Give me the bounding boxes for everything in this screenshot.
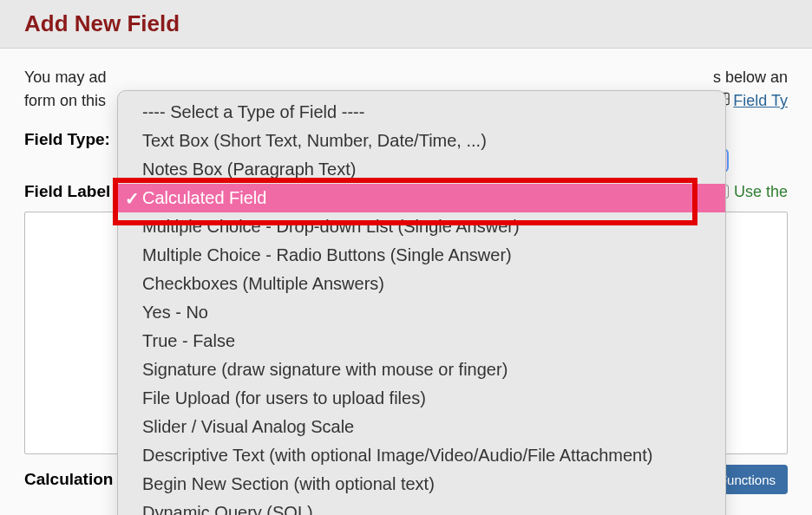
dropdown-item[interactable]: File Upload (for users to upload files) [118, 384, 725, 413]
dropdown-item[interactable]: True - False [118, 327, 725, 355]
dropdown-item[interactable]: Multiple Choice - Drop-down List (Single… [118, 212, 725, 241]
use-the-text: Use the [734, 183, 788, 201]
dropdown-item[interactable]: ---- Select a Type of Field ---- [118, 98, 725, 127]
intro-line1-right: s below an [713, 66, 788, 89]
dropdown-item[interactable]: Slider / Visual Analog Scale [118, 413, 725, 441]
content-area: You may ad s below an form on this Field… [0, 49, 812, 515]
dropdown-item[interactable]: Multiple Choice - Radio Buttons (Single … [118, 241, 725, 270]
dropdown-item[interactable]: Calculated Field [118, 184, 725, 212]
field-label-label: Field Label [24, 182, 124, 201]
intro-line2-left: form on this [24, 89, 106, 113]
page-title: Add New Field [24, 10, 788, 37]
dropdown-item[interactable]: Dynamic Query (SQL) [118, 499, 725, 515]
dropdown-item[interactable]: Descriptive Text (with optional Image/Vi… [118, 441, 725, 470]
video-link-text: Field Ty [733, 89, 788, 113]
dropdown-item[interactable]: Yes - No [118, 298, 725, 327]
dropdown-item[interactable]: Begin New Section (with optional text) [118, 470, 725, 499]
dropdown-item[interactable]: Notes Box (Paragraph Text) [118, 155, 725, 184]
header: Add New Field [0, 0, 812, 49]
field-type-label: Field Type: [24, 130, 124, 149]
dropdown-item[interactable]: Checkboxes (Multiple Answers) [118, 270, 725, 298]
dropdown-item[interactable]: Text Box (Short Text, Number, Date/Time,… [118, 127, 725, 155]
dropdown-item[interactable]: Signature (draw signature with mouse or … [118, 355, 725, 384]
intro-line1-left: You may ad [24, 66, 106, 89]
field-type-dropdown[interactable]: ---- Select a Type of Field ----Text Box… [117, 90, 726, 515]
